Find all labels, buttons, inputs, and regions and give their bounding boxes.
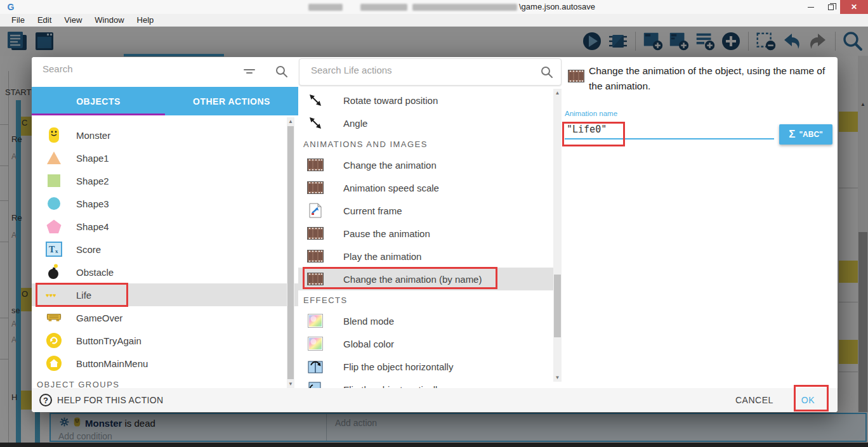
ok-button[interactable]: OK: [801, 395, 815, 405]
tab-other-actions[interactable]: OTHER ACTIONS: [165, 87, 298, 115]
scrollbar-thumb[interactable]: [287, 126, 294, 379]
expression-editor-button[interactable]: Σ "ABC": [779, 124, 832, 145]
object-row-buttonmainmenu[interactable]: ButtonMainMenu: [32, 352, 298, 375]
menu-window[interactable]: Window: [88, 15, 130, 25]
tab-objects[interactable]: OBJECTS: [32, 87, 165, 115]
animation-name-label: Animation name: [565, 110, 617, 117]
text-object-icon: Tx: [46, 241, 62, 257]
minimize-button[interactable]: [801, 0, 821, 14]
action-row[interactable]: Play the animation: [298, 245, 553, 268]
object-label: Shape2: [76, 176, 109, 186]
object-row-shape1[interactable]: Shape1: [32, 146, 298, 169]
pentagon-icon: [46, 218, 62, 235]
action-row[interactable]: Change the animation: [298, 153, 553, 176]
object-search-input[interactable]: [43, 63, 233, 74]
action-label: Rotate toward position: [343, 95, 438, 106]
action-section-header: ANIMATIONS AND IMAGES: [298, 134, 553, 153]
redacted-title-text: [412, 4, 517, 11]
film-strip-icon: [307, 248, 324, 264]
help-icon: ?: [39, 394, 52, 406]
triangle-icon: [46, 150, 62, 166]
help-button[interactable]: ? HELP FOR THIS ACTION: [39, 394, 163, 406]
object-label: GameOver: [76, 313, 122, 323]
dialog-footer: ? HELP FOR THIS ACTION CANCEL OK: [32, 388, 838, 412]
film-strip-icon: [307, 271, 324, 287]
action-row[interactable]: Change the animation (by name): [298, 268, 553, 290]
sigma-icon: Σ: [789, 128, 795, 141]
title-bar: G \game.json.autosave ✕: [0, 0, 868, 14]
gdevelop-logo-icon: G: [5, 1, 16, 13]
rotate-arrow-icon: [307, 92, 324, 108]
object-row-shape3[interactable]: Shape3: [32, 192, 298, 215]
action-label: Pause the animation: [343, 228, 430, 239]
circle-icon: [46, 195, 62, 212]
expression-button-label: "ABC": [799, 130, 822, 139]
action-label: Blend mode: [343, 316, 394, 327]
action-label: Change the animation: [343, 160, 437, 171]
flip-horizontal-icon: [307, 358, 324, 375]
svg-text:x: x: [55, 248, 58, 254]
action-selector-panel: Rotate toward positionAngleANIMATIONS AN…: [298, 57, 565, 388]
scrollbar-thumb[interactable]: [554, 275, 561, 337]
object-row-gameover[interactable]: GameOver: [32, 306, 298, 329]
object-row-life[interactable]: ♥♥♥Life: [32, 283, 298, 306]
square-icon: [46, 172, 62, 189]
action-row[interactable]: Flip the object horizontally: [298, 355, 553, 378]
object-row-shape4[interactable]: Shape4: [32, 215, 298, 238]
bomb-icon: [46, 264, 62, 280]
action-section-header: EFFECTS: [298, 290, 553, 309]
object-label: ButtonTryAgain: [76, 335, 141, 346]
action-search-input[interactable]: [311, 65, 520, 75]
action-label: Change the animation (by name): [343, 274, 482, 285]
blend-mode-icon: [307, 335, 324, 352]
action-row[interactable]: Angle: [298, 112, 553, 134]
object-list-scrollbar[interactable]: ▲ ▼: [287, 117, 294, 388]
svg-text:T: T: [49, 245, 55, 254]
object-row-obstacle[interactable]: Obstacle: [32, 261, 298, 283]
restore-button[interactable]: [821, 0, 840, 14]
monster-icon: [46, 127, 62, 143]
frame-page-icon: [307, 202, 324, 219]
cancel-button[interactable]: CANCEL: [735, 395, 773, 405]
close-button[interactable]: ✕: [840, 0, 868, 14]
film-strip-icon: [307, 157, 324, 173]
redacted-title-text: [308, 4, 343, 11]
action-label: Current frame: [343, 205, 402, 216]
menu-help[interactable]: Help: [131, 15, 161, 25]
animation-name-input[interactable]: [565, 120, 774, 139]
action-row[interactable]: Global color: [298, 332, 553, 355]
object-row-buttontryagain[interactable]: ButtonTryAgain: [32, 329, 298, 352]
object-row-score[interactable]: TxScore: [32, 238, 298, 261]
action-list: Rotate toward positionAngleANIMATIONS AN…: [298, 89, 553, 388]
home-button-icon: [46, 355, 62, 372]
menu-view[interactable]: View: [58, 15, 88, 25]
object-row-shape2[interactable]: Shape2: [32, 169, 298, 192]
action-row[interactable]: Rotate toward position: [298, 89, 553, 112]
action-row[interactable]: Animation speed scale: [298, 176, 553, 199]
menu-edit[interactable]: Edit: [31, 15, 58, 25]
screen: G \game.json.autosave ✕ FileEditViewWind…: [0, 0, 868, 447]
action-row[interactable]: Pause the animation: [298, 222, 553, 245]
action-parameters-panel: Change the animation of the object, usin…: [565, 57, 838, 388]
object-groups-header: OBJECT GROUPS: [32, 375, 298, 388]
object-label: Shape4: [76, 221, 109, 232]
object-label: Score: [76, 244, 101, 255]
action-row[interactable]: Flip the object vertically: [298, 378, 553, 388]
menu-file[interactable]: File: [5, 15, 31, 25]
action-search-card: [299, 58, 562, 86]
menu-bar: FileEditViewWindowHelp: [0, 14, 868, 27]
redacted-title-text: [360, 4, 407, 11]
filter-icon[interactable]: [242, 65, 256, 81]
object-list: MonsterShape1Shape2Shape3Shape4TxScoreOb…: [32, 115, 298, 388]
search-icon[interactable]: [539, 65, 555, 82]
hearts-icon: ♥♥♥: [46, 287, 62, 303]
action-row[interactable]: Blend mode: [298, 309, 553, 332]
action-list-scrollbar[interactable]: ▲ ▼: [553, 89, 562, 382]
object-row-monster[interactable]: Monster: [32, 124, 298, 146]
action-row[interactable]: Current frame: [298, 199, 553, 222]
rotate-arrow-icon: [307, 115, 324, 131]
object-label: Shape3: [76, 198, 109, 209]
object-search-row: [32, 57, 298, 87]
svg-text:♥♥♥: ♥♥♥: [46, 292, 56, 299]
search-icon[interactable]: [274, 64, 289, 82]
